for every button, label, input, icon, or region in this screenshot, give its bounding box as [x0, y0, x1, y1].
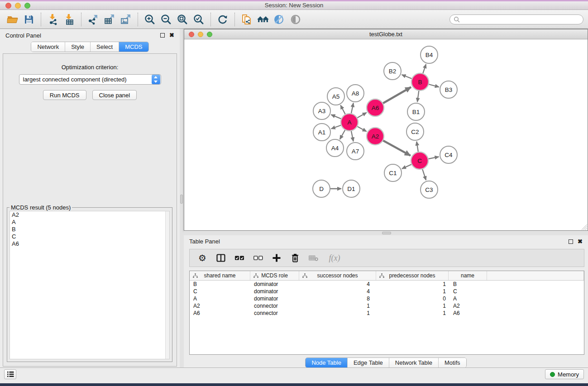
graph-node-A8[interactable]: A8	[347, 85, 364, 102]
table-cell[interactable]: A2	[449, 302, 487, 310]
table-row[interactable]: A2connector11A2	[190, 302, 584, 310]
delete-table-button[interactable]	[308, 253, 319, 263]
table-cell[interactable]: C	[190, 288, 250, 295]
delete-column-button[interactable]	[290, 253, 301, 263]
search-box[interactable]	[449, 14, 583, 24]
graph-node-C3[interactable]: C3	[421, 181, 438, 198]
graph-node-B[interactable]: B	[411, 73, 429, 91]
table-cell[interactable]: 4	[299, 288, 376, 295]
table-cell[interactable]: connector	[250, 310, 299, 317]
table-cell[interactable]: 8	[299, 295, 376, 302]
split-panel-button[interactable]	[215, 253, 226, 263]
divider-grip-icon[interactable]	[382, 232, 391, 234]
table-cell[interactable]: A6	[449, 310, 487, 317]
column-header-predecessor-nodes[interactable]: predecessor nodes	[376, 271, 449, 280]
zoom-fit-button[interactable]	[174, 12, 191, 27]
function-builder-button[interactable]: f(x)	[327, 253, 342, 263]
network-graph-canvas[interactable]: AA1A2A3A4A5A6A7A8BB1B2B3B4CC1C2C3C4DD1	[184, 39, 588, 230]
table-cell[interactable]: 0	[376, 295, 449, 302]
graph-node-A3[interactable]: A3	[313, 102, 330, 119]
zoom-selected-button[interactable]	[191, 12, 207, 27]
scrollbar-track[interactable]	[165, 211, 169, 359]
table-cell[interactable]: 1	[376, 302, 449, 310]
table-cell[interactable]: 4	[299, 281, 376, 288]
minimize-window-button[interactable]	[15, 3, 21, 9]
close-window-button[interactable]	[5, 3, 11, 9]
graph-node-A4[interactable]: A4	[326, 139, 344, 157]
deselect-all-button[interactable]	[253, 253, 263, 263]
table-settings-button[interactable]: ⚙	[197, 253, 208, 263]
tab-network-table[interactable]: Network Table	[389, 358, 438, 367]
graph-node-C1[interactable]: C1	[384, 164, 402, 181]
create-column-button[interactable]	[271, 253, 282, 263]
float-panel-icon[interactable]	[569, 239, 573, 244]
mcds-result-item[interactable]: C	[10, 233, 169, 240]
refresh-button[interactable]	[215, 12, 231, 27]
zoom-out-button[interactable]	[158, 12, 174, 27]
mcds-result-item[interactable]: A	[10, 219, 169, 226]
tab-network[interactable]: Network	[31, 42, 65, 52]
divider-grip-icon[interactable]	[180, 195, 183, 204]
resize-grip[interactable]	[581, 224, 587, 230]
column-header-mcds-role[interactable]: MCDS role	[250, 271, 299, 280]
panel-divider-vertical[interactable]	[180, 29, 184, 370]
column-header-successor-nodes[interactable]: successor nodes	[299, 271, 376, 280]
table-cell[interactable]: 1	[376, 310, 449, 317]
mcds-result-item[interactable]: A6	[10, 240, 169, 248]
graph-node-B4[interactable]: B4	[421, 46, 438, 63]
graph-node-B3[interactable]: B3	[440, 81, 457, 98]
table-cell[interactable]: 1	[299, 302, 376, 310]
select-all-button[interactable]	[234, 253, 245, 263]
table-row[interactable]: A6connector11A6	[190, 310, 584, 317]
table-cell[interactable]: B	[449, 281, 487, 288]
table-cell[interactable]: 1	[376, 281, 449, 288]
tab-node-table[interactable]: Node Table	[306, 358, 347, 367]
table-cell[interactable]: 1	[376, 288, 449, 295]
table-row[interactable]: Adominator80A	[190, 295, 584, 302]
panel-divider-horizontal[interactable]	[184, 231, 588, 235]
table-cell[interactable]: A6	[190, 310, 250, 317]
mcds-result-item[interactable]: B	[10, 226, 169, 233]
mcds-result-item[interactable]: A2	[10, 211, 169, 219]
graph-node-C4[interactable]: C4	[440, 146, 457, 163]
close-network-window-button[interactable]	[189, 32, 194, 37]
tab-style[interactable]: Style	[65, 42, 90, 52]
float-panel-icon[interactable]	[160, 33, 165, 38]
criterion-select[interactable]: largest connected component (directed)	[19, 74, 161, 85]
show-all-networks-button[interactable]	[255, 12, 271, 27]
show-panels-button[interactable]	[4, 369, 16, 379]
graph-node-B1[interactable]: B1	[407, 103, 425, 120]
import-table-button[interactable]	[61, 12, 77, 27]
import-network-button[interactable]	[45, 12, 61, 27]
close-panel-icon[interactable]: ✖	[578, 239, 583, 244]
graph-node-B2[interactable]: B2	[384, 62, 401, 80]
open-session-button[interactable]	[5, 12, 21, 27]
table-cell[interactable]: connector	[250, 302, 299, 310]
graph-node-A7[interactable]: A7	[347, 143, 364, 160]
graph-node-D[interactable]: D	[313, 180, 330, 197]
column-header-shared-name[interactable]: shared name	[190, 271, 250, 280]
table-cell[interactable]: A	[190, 295, 250, 302]
export-table-button[interactable]	[101, 12, 118, 27]
clone-network-button[interactable]	[239, 12, 255, 27]
graph-node-A1[interactable]: A1	[313, 124, 330, 141]
column-header-name[interactable]: name	[449, 271, 487, 280]
run-mcds-button[interactable]: Run MCDS	[43, 90, 86, 100]
tab-motifs[interactable]: Motifs	[438, 358, 466, 367]
graph-node-C[interactable]: C	[411, 152, 428, 169]
tab-mcds[interactable]: MCDS	[119, 42, 148, 52]
zoom-network-window-button[interactable]	[207, 32, 212, 37]
minimize-network-window-button[interactable]	[198, 32, 203, 37]
export-image-button[interactable]	[118, 12, 134, 27]
close-panel-icon[interactable]: ✖	[169, 33, 174, 38]
graph-node-D1[interactable]: D1	[343, 180, 360, 197]
birds-eye-view-button[interactable]	[287, 12, 304, 27]
close-panel-button[interactable]: Close panel	[92, 90, 137, 100]
table-cell[interactable]: A	[449, 295, 487, 302]
table-cell[interactable]: dominator	[250, 281, 299, 288]
zoom-in-button[interactable]	[142, 12, 158, 27]
graph-node-C2[interactable]: C2	[406, 123, 424, 140]
graph-node-A2[interactable]: A2	[367, 128, 384, 145]
graph-node-A5[interactable]: A5	[327, 88, 344, 105]
tab-edge-table[interactable]: Edge Table	[347, 358, 389, 367]
